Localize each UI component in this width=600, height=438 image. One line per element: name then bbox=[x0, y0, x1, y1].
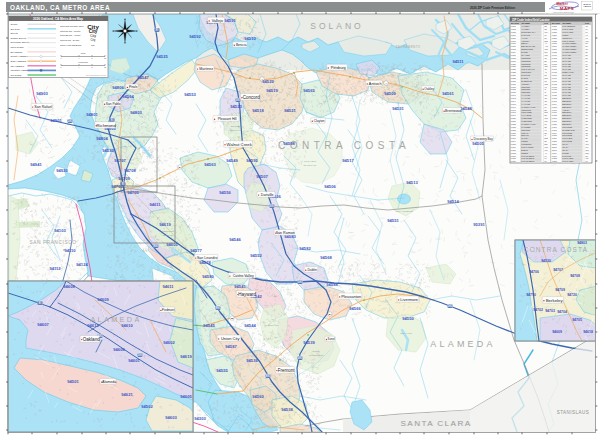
svg-text:E5: E5 bbox=[586, 68, 588, 70]
svg-text:ZIP Code Index/Grid Locator: ZIP Code Index/Grid Locator bbox=[512, 18, 551, 22]
svg-text:SAN FRANCISCO: SAN FRANCISCO bbox=[29, 240, 76, 245]
svg-text:ANTIOCH: ANTIOCH bbox=[521, 83, 530, 85]
svg-text:CASTRO VALLEY: CASTRO VALLEY bbox=[521, 123, 536, 125]
svg-text:GARIN PARK: GARIN PARK bbox=[265, 324, 279, 326]
svg-text:Alameda: Alameda bbox=[102, 380, 116, 384]
svg-text:Pinole: Pinole bbox=[129, 85, 138, 89]
svg-text:F10: F10 bbox=[545, 149, 548, 151]
svg-text:Walnut Creek: Walnut Creek bbox=[227, 142, 253, 147]
svg-text:B12: B12 bbox=[545, 40, 548, 42]
svg-text:94903: 94903 bbox=[36, 91, 48, 96]
svg-text:DEL VALLE: DEL VALLE bbox=[400, 332, 412, 334]
svg-text:94705: 94705 bbox=[572, 318, 582, 322]
svg-text:94619: 94619 bbox=[180, 354, 192, 359]
svg-text:94598: 94598 bbox=[283, 141, 295, 146]
svg-text:94618: 94618 bbox=[552, 88, 557, 90]
svg-text:OAKLAND: OAKLAND bbox=[562, 91, 571, 93]
svg-text:94547: 94547 bbox=[137, 75, 149, 80]
svg-text:94806: 94806 bbox=[552, 137, 557, 139]
svg-text:94548: 94548 bbox=[511, 111, 516, 113]
svg-text:94521: 94521 bbox=[284, 108, 296, 113]
svg-text:H7: H7 bbox=[586, 37, 588, 39]
svg-text:94582: 94582 bbox=[552, 157, 557, 159]
svg-text:D5: D5 bbox=[586, 120, 588, 122]
svg-text:94124: 94124 bbox=[76, 262, 88, 267]
svg-text:94577: 94577 bbox=[190, 248, 202, 253]
svg-text:94602: 94602 bbox=[552, 57, 557, 59]
svg-text:94565: 94565 bbox=[511, 143, 516, 145]
svg-text:Pleasant Hill: Pleasant Hill bbox=[218, 117, 237, 121]
svg-text:94601: 94601 bbox=[128, 358, 140, 363]
svg-text:San Leandro: San Leandro bbox=[197, 256, 218, 260]
svg-text:Discovery Bay: Discovery Bay bbox=[474, 137, 494, 141]
svg-text:Minor Roads: Minor Roads bbox=[11, 46, 25, 48]
svg-text:E9: E9 bbox=[586, 155, 588, 157]
svg-text:94563: 94563 bbox=[204, 162, 216, 167]
svg-text:4: 4 bbox=[79, 57, 80, 59]
svg-text:94805: 94805 bbox=[552, 134, 557, 136]
svg-text:94538: 94538 bbox=[281, 407, 293, 412]
svg-text:94528: 94528 bbox=[511, 77, 516, 79]
svg-text:CONCORD: CONCORD bbox=[521, 65, 531, 67]
svg-text:DANVILLE: DANVILLE bbox=[521, 34, 530, 36]
svg-text:SAN RAMON: SAN RAMON bbox=[562, 157, 574, 159]
svg-text:SAN RAMON: SAN RAMON bbox=[562, 31, 574, 33]
svg-text:OAKLAND: OAKLAND bbox=[562, 86, 571, 88]
svg-text:94541: 94541 bbox=[511, 94, 516, 96]
svg-text:SAN LEANDRO: SAN LEANDRO bbox=[521, 160, 534, 162]
svg-text:D6: D6 bbox=[586, 103, 588, 105]
svg-text:C6: C6 bbox=[586, 111, 588, 113]
svg-text:94704: 94704 bbox=[557, 310, 567, 314]
svg-text:Copyright MarketMAPS.com: Copyright MarketMAPS.com bbox=[86, 74, 107, 76]
svg-text:94530: 94530 bbox=[541, 259, 551, 263]
svg-text:2026 Oakland, CA Metro Area Ma: 2026 Oakland, CA Metro Area Map bbox=[33, 17, 83, 21]
svg-text:94572: 94572 bbox=[511, 152, 516, 154]
svg-text:94538: 94538 bbox=[511, 88, 516, 90]
svg-text:E6: E6 bbox=[586, 80, 588, 82]
svg-text:NEWARK: NEWARK bbox=[521, 134, 530, 136]
svg-text:D9: D9 bbox=[586, 45, 588, 47]
svg-text:94611: 94611 bbox=[552, 80, 557, 82]
svg-text:94566: 94566 bbox=[349, 306, 361, 311]
svg-text:City: City bbox=[91, 38, 96, 42]
svg-text:FREMONT: FREMONT bbox=[521, 91, 531, 93]
svg-text:C10: C10 bbox=[545, 54, 548, 56]
svg-text:MORAGA: MORAGA bbox=[521, 132, 530, 134]
svg-text:94612: 94612 bbox=[552, 83, 557, 85]
svg-text:F11: F11 bbox=[545, 120, 548, 122]
svg-text:I7: I7 bbox=[545, 134, 547, 136]
svg-text:F10: F10 bbox=[586, 157, 589, 159]
svg-text:12: 12 bbox=[104, 57, 106, 59]
svg-text:94706: 94706 bbox=[529, 270, 539, 274]
svg-text:94514: 94514 bbox=[447, 199, 459, 204]
svg-text:94511: 94511 bbox=[452, 59, 464, 64]
svg-text:0: 0 bbox=[61, 66, 62, 68]
svg-text:PLEASANT HILL: PLEASANT HILL bbox=[521, 68, 535, 70]
svg-text:ALAMEDA: ALAMEDA bbox=[521, 25, 530, 27]
svg-text:F9: F9 bbox=[586, 28, 588, 30]
svg-text:BENICIA: BENICIA bbox=[521, 42, 529, 44]
svg-text:94605: 94605 bbox=[180, 394, 192, 399]
svg-text:94702: 94702 bbox=[111, 184, 123, 189]
svg-text:94506: 94506 bbox=[511, 34, 516, 36]
svg-text:San Rafael: San Rafael bbox=[34, 105, 52, 109]
svg-text:REDWOOD: REDWOOD bbox=[162, 230, 174, 232]
svg-text:94525: 94525 bbox=[156, 54, 168, 59]
svg-text:E6: E6 bbox=[586, 91, 588, 93]
svg-text:94514: 94514 bbox=[511, 51, 516, 53]
svg-text:94619: 94619 bbox=[552, 91, 557, 93]
svg-text:Clayton: Clayton bbox=[314, 119, 325, 123]
svg-text:LOS VAQUEROS: LOS VAQUEROS bbox=[395, 210, 413, 212]
svg-text:B7: B7 bbox=[545, 109, 547, 111]
svg-text:OAKLEY: OAKLEY bbox=[521, 137, 529, 139]
svg-text:C12: C12 bbox=[545, 83, 548, 85]
svg-text:MADE IN: MADE IN bbox=[583, 3, 591, 5]
svg-text:94606: 94606 bbox=[113, 347, 125, 352]
svg-text:94703: 94703 bbox=[552, 100, 557, 102]
svg-text:94611: 94611 bbox=[149, 202, 161, 207]
svg-text:OAKLAND: OAKLAND bbox=[562, 57, 571, 59]
svg-text:REG PARK: REG PARK bbox=[162, 234, 174, 236]
svg-text:Sunol: Sunol bbox=[328, 337, 336, 341]
svg-text:Secondary Streets: Secondary Streets bbox=[11, 41, 30, 43]
svg-text:US Highways: US Highways bbox=[11, 65, 25, 67]
